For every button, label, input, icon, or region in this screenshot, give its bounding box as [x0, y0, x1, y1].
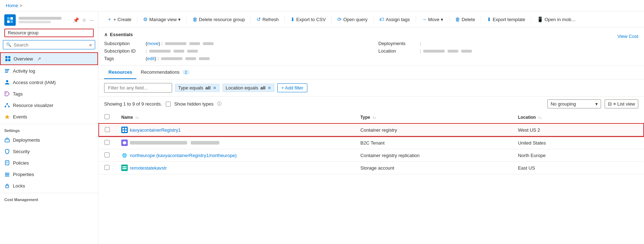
sidebar-item-security[interactable]: Security	[0, 146, 98, 157]
header-checkbox[interactable]	[104, 114, 109, 119]
export-csv-button[interactable]: ⬇ Export to CSV	[288, 15, 328, 24]
toolbar: ＋ + Create ⚙ Manage view ▾ 🗑 Delete reso…	[98, 11, 644, 28]
essentials-section: ∧ Essentials View Cost Subscription (mov…	[98, 28, 644, 66]
b2c-icon	[121, 140, 128, 146]
resource-link[interactable]: remotestatekavstr	[121, 165, 349, 171]
delete-rg-button[interactable]: 🗑 Delete resource group	[190, 15, 248, 24]
search-box[interactable]: 🔍 «	[3, 40, 95, 49]
svg-rect-7	[8, 59, 10, 61]
tabs-bar: Resources Recommendations 2	[98, 66, 644, 79]
view-cost-link[interactable]: View Cost	[618, 34, 638, 39]
collapse-button[interactable]: «	[89, 42, 92, 48]
subscription-move-link[interactable]: move	[147, 41, 158, 46]
type-filter-close[interactable]: ✕	[213, 86, 216, 91]
row-checkbox[interactable]	[104, 165, 109, 170]
deployments-icon	[4, 137, 10, 143]
manage-view-button[interactable]: ⚙ Manage view ▾	[140, 15, 184, 24]
gear-icon: ⚙	[143, 16, 148, 22]
open-query-button[interactable]: ⟳ Open query	[335, 15, 370, 24]
type-filter-value: all	[205, 85, 210, 91]
location-value	[423, 50, 445, 53]
location-filter-close[interactable]: ✕	[268, 86, 271, 91]
svg-rect-33	[122, 168, 127, 169]
iam-icon	[4, 79, 10, 85]
row-type-cell: B2C Tenant	[355, 136, 512, 149]
row-checkbox[interactable]	[104, 140, 109, 145]
sidebar-item-label: Events	[13, 114, 27, 119]
policies-icon	[4, 160, 10, 166]
sidebar-item-access-control[interactable]: Access control (IAM)	[0, 77, 98, 88]
sidebar-item-properties[interactable]: Properties	[0, 169, 98, 180]
svg-rect-8	[5, 69, 9, 70]
subscription-id-row: Subscription ID :	[104, 48, 364, 54]
sidebar-item-events[interactable]: Events	[0, 111, 98, 122]
sidebar-item-overview[interactable]: Overview ↗	[0, 52, 98, 65]
more-icon[interactable]: ···	[89, 17, 94, 23]
sidebar-item-tags[interactable]: Tags	[0, 88, 98, 99]
sidebar-item-locks[interactable]: Locks	[0, 180, 98, 191]
overview-icon	[5, 56, 11, 62]
tab-recommendations[interactable]: Recommendations 2	[136, 66, 194, 79]
table-row: 🌐 northeurope (kavyacontainerRegistry1/n…	[99, 149, 644, 162]
resource-link[interactable]: kavyacontainerRegistry1	[121, 127, 349, 133]
svg-rect-30	[125, 130, 127, 132]
row-checkbox[interactable]	[105, 127, 110, 132]
resource-link[interactable]: 🌐 northeurope (kavyacontainerRegistry1/n…	[121, 152, 349, 158]
list-view-button[interactable]: ⊟ ≡ List view	[605, 99, 638, 108]
toolbar-divider-2	[186, 16, 187, 23]
pin-icon[interactable]: 📌	[73, 17, 79, 23]
move-button[interactable]: → Move ▾	[419, 15, 447, 24]
tag-icon: 🏷	[379, 16, 384, 22]
tags-edit-link[interactable]: edit	[147, 56, 155, 61]
search-input[interactable]	[14, 42, 87, 48]
create-button[interactable]: ＋ + Create	[104, 14, 134, 24]
table-header-name[interactable]: Name ↑↓	[116, 111, 355, 123]
svg-rect-25	[5, 176, 9, 176]
open-mobile-button[interactable]: 📱 Open in mob…	[534, 15, 579, 24]
toolbar-divider-3	[250, 16, 251, 23]
essentials-header: ∧ Essentials	[104, 32, 133, 37]
row-checkbox[interactable]	[104, 152, 109, 157]
sidebar-item-resource-visualizer[interactable]: Resource visualizer	[0, 99, 98, 111]
resource-group-badge: Resource group	[4, 29, 94, 37]
breadcrumb-home[interactable]: Home	[6, 3, 18, 8]
svg-line-17	[7, 104, 9, 106]
delete-icon: 🗑	[455, 16, 460, 22]
table-header-type[interactable]: Type ↑↓	[355, 111, 512, 123]
row-name-cell: kavyacontainerRegistry1	[116, 123, 355, 136]
list-view-icon: ⊟	[608, 101, 612, 107]
filter-input[interactable]	[104, 83, 172, 93]
row-type-cell: Container registry	[355, 123, 512, 136]
tab-resources[interactable]: Resources	[104, 66, 136, 79]
sidebar-item-policies[interactable]: Policies	[0, 157, 98, 169]
add-filter-button[interactable]: + Add filter	[277, 83, 307, 92]
sidebar-item-label: Activity log	[13, 68, 35, 74]
refresh-button[interactable]: ↺ Refresh	[254, 15, 282, 24]
svg-rect-28	[125, 128, 127, 130]
sidebar-item-deployments[interactable]: Deployments	[0, 134, 98, 146]
svg-point-12	[6, 93, 7, 94]
svg-rect-6	[5, 59, 8, 61]
table-header-location[interactable]: Location ↑↓	[512, 111, 644, 123]
records-row: Showing 1 to 9 of 9 records. Show hidden…	[98, 97, 644, 111]
star-icon[interactable]: ☆	[82, 17, 87, 23]
hidden-types-info-icon[interactable]: ⓘ	[217, 101, 221, 107]
search-icon: 🔍	[6, 42, 11, 47]
export-icon: ⬇	[487, 16, 491, 22]
row-type-cell: Storage account	[355, 162, 512, 174]
delete-button[interactable]: 🗑 Delete	[452, 15, 478, 24]
properties-icon	[4, 171, 10, 177]
sidebar-item-activity-log[interactable]: Activity log	[0, 65, 98, 77]
table-container: Name ↑↓ Type ↑↓ Location ↑↓	[98, 111, 644, 244]
assign-tags-button[interactable]: 🏷 Assign tags	[376, 15, 413, 24]
grouping-dropdown[interactable]: No grouping ▾	[547, 99, 601, 108]
export-template-button[interactable]: ⬇ Export template	[484, 15, 528, 24]
resource-link[interactable]	[121, 140, 349, 146]
events-icon	[4, 114, 10, 119]
settings-section-label: Settings	[0, 124, 98, 134]
grouping-chevron: ▾	[595, 101, 598, 107]
cursor-indicator: ↗	[37, 56, 41, 62]
app-logo	[4, 14, 16, 26]
show-hidden-checkbox[interactable]	[166, 102, 171, 107]
row-name-cell: remotestatekavstr	[116, 162, 355, 174]
